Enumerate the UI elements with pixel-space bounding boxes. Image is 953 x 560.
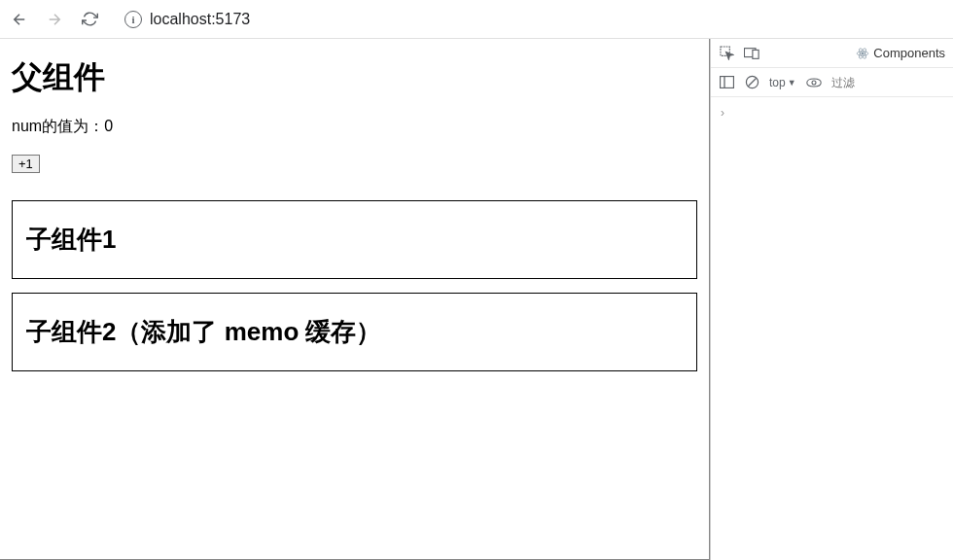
svg-point-11: [812, 81, 816, 85]
context-selector[interactable]: top ▼: [769, 76, 796, 89]
back-button[interactable]: [8, 8, 31, 31]
child-component-2: 子组件2（添加了 memo 缓存）: [12, 293, 697, 371]
devtools-tabs-row: Components: [711, 39, 953, 68]
info-icon[interactable]: i: [124, 11, 142, 28]
child2-title: 子组件2（添加了 memo 缓存）: [26, 315, 683, 349]
live-expression-icon[interactable]: [806, 75, 822, 90]
tree-expand-arrow[interactable]: ›: [721, 106, 724, 120]
devtools-body: ›: [711, 97, 953, 126]
url-text: localhost:5173: [150, 11, 250, 28]
filter-input[interactable]: [831, 76, 861, 89]
components-tab[interactable]: Components: [856, 46, 945, 60]
clear-icon[interactable]: [744, 75, 759, 90]
child-component-1: 子组件1: [12, 200, 697, 279]
increment-button[interactable]: +1: [12, 155, 40, 173]
inspect-element-icon[interactable]: [719, 46, 734, 61]
dropdown-arrow-icon: ▼: [788, 78, 796, 88]
svg-point-3: [862, 52, 864, 53]
components-tab-label: Components: [873, 46, 945, 60]
url-bar[interactable]: i localhost:5173: [124, 11, 250, 28]
content-area: 父组件 num的值为：0 +1 子组件1 子组件2（添加了 memo 缓存）: [0, 39, 953, 560]
react-icon: [856, 47, 869, 60]
context-label: top: [769, 76, 786, 89]
svg-rect-2: [753, 50, 759, 58]
forward-button[interactable]: [43, 8, 66, 31]
parent-component-title: 父组件: [12, 56, 697, 99]
page-content: 父组件 num的值为：0 +1 子组件1 子组件2（添加了 memo 缓存）: [0, 39, 710, 560]
svg-rect-7: [720, 77, 733, 88]
devtools-panel: Components top ▼: [710, 39, 953, 560]
child1-title: 子组件1: [26, 223, 683, 257]
browser-toolbar: i localhost:5173: [0, 0, 953, 39]
devtools-toolbar-row: top ▼: [711, 68, 953, 97]
num-value-text: num的值为：0: [12, 117, 697, 137]
sidebar-toggle-icon[interactable]: [719, 75, 734, 90]
device-toolbar-icon[interactable]: [744, 46, 759, 61]
svg-line-10: [748, 78, 756, 86]
reload-button[interactable]: [78, 8, 101, 31]
